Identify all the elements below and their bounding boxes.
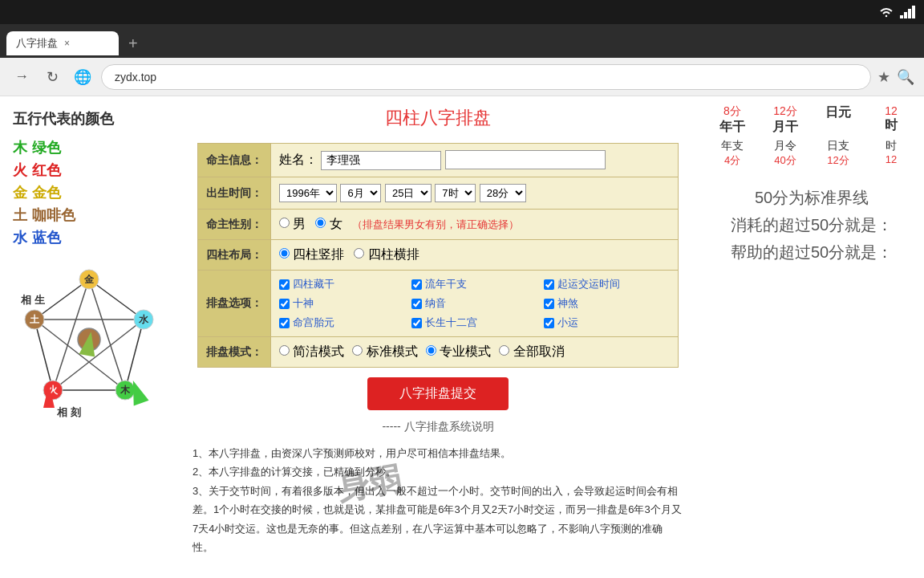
svg-line-12 [53, 320, 144, 390]
water-element: 水 [13, 228, 27, 247]
score-header: 8分 年干 12分 月干 日元 12 时 [706, 104, 918, 136]
year-select[interactable]: 1996年 [279, 184, 337, 202]
mode1-radio[interactable] [279, 345, 290, 356]
sizhu-cb[interactable] [279, 279, 290, 290]
sub-nianzhi-val: 4分 [708, 153, 756, 168]
shensha-link[interactable]: 神煞 [557, 296, 578, 311]
nayin-link[interactable]: 纳音 [425, 296, 446, 311]
option-xiaoyun[interactable]: 小运 [544, 315, 670, 330]
sub-rizhi: 日支 12分 [814, 139, 862, 168]
sub-yueling-label: 月令 [761, 139, 809, 153]
option-sizhu[interactable]: 四柱藏干 [279, 277, 405, 291]
qiyun-link[interactable]: 起运交运时间 [557, 277, 620, 291]
male-option[interactable]: 男 [279, 216, 306, 233]
sizhu-link[interactable]: 四柱藏干 [293, 277, 334, 291]
xingming-input[interactable] [321, 151, 441, 170]
option-minggong[interactable]: 命宫胎元 [279, 315, 405, 330]
mode1-option[interactable]: 简洁模式 [279, 344, 344, 360]
mode3-radio[interactable] [426, 345, 436, 356]
search-btn[interactable]: 🔍 [897, 68, 914, 86]
page-main-title: 四柱八字排盘 [189, 106, 687, 130]
mode2-option[interactable]: 标准模式 [352, 344, 417, 360]
minggong-cb[interactable] [279, 318, 290, 328]
mode3-label: 专业模式 [440, 344, 491, 358]
mode4-radio[interactable] [499, 345, 509, 356]
back-btn[interactable]: → [10, 65, 34, 89]
desc-1: 1、本八字排盘，由资深八字预测师校对，用户尽可相信本排盘结果。 [192, 444, 683, 462]
submit-btn[interactable]: 八字排盘提交 [367, 377, 509, 410]
wood-element: 木 [13, 138, 27, 157]
mode3-option[interactable]: 专业模式 [426, 344, 491, 360]
svg-text:相 刻: 相 刻 [56, 406, 81, 418]
female-option[interactable]: 女 [315, 216, 342, 233]
mode2-label: 标准模式 [367, 344, 418, 358]
tab-close-btn[interactable]: × [64, 38, 70, 49]
status-icons [877, 6, 916, 18]
changsheng-link[interactable]: 长生十二宫 [425, 315, 477, 330]
name-cell: 姓名： [271, 144, 679, 177]
browser-chrome: 八字排盘 × + [0, 24, 924, 58]
score-nian: 8分 年干 [708, 104, 756, 136]
layout1-radio[interactable] [279, 248, 290, 258]
extra-input[interactable] [445, 150, 606, 169]
male-radio[interactable] [279, 218, 290, 228]
sidebar-title: 五行代表的颜色 [13, 109, 164, 128]
mode2-radio[interactable] [352, 345, 363, 356]
wuxing-fire: 火 红色 [13, 161, 164, 180]
month-select[interactable]: 6月 [340, 184, 381, 202]
bookmark-btn[interactable]: ★ [877, 68, 890, 86]
col-niangan: 年干 [708, 119, 756, 136]
form-row-options: 排盘选项： 四柱藏干 流年干支 起运交运时间 [198, 271, 679, 337]
gold-color: 金色 [32, 183, 61, 202]
xiaoyun-cb[interactable] [544, 318, 554, 328]
left-sidebar: 五行代表的颜色 木 绿色 火 红色 金 金色 土 咖啡色 水 蓝色 [0, 96, 176, 578]
xiaoyun-link[interactable]: 小运 [557, 315, 578, 330]
layout-row: 四柱竖排 四柱横排 [279, 246, 670, 263]
option-qiyun[interactable]: 起运交运时间 [544, 277, 670, 291]
address-input[interactable] [101, 64, 871, 90]
day-select[interactable]: 25日 [385, 184, 432, 202]
shensha-cb[interactable] [544, 299, 554, 309]
option-shishen[interactable]: 十神 [279, 296, 405, 311]
col-riyuan: 日元 [814, 104, 862, 121]
option-shensha[interactable]: 神煞 [544, 296, 670, 311]
layout2-option[interactable]: 四柱横排 [354, 246, 419, 263]
refresh-btn[interactable]: ↻ [40, 65, 64, 89]
layout2-label: 四柱横排 [368, 247, 419, 261]
changsheng-cb[interactable] [411, 318, 422, 328]
gender-cell: 男 女 （排盘结果男女有别，请正确选择） [271, 210, 679, 240]
globe-btn[interactable]: 🌐 [71, 65, 95, 89]
wifi-icon [877, 6, 895, 18]
liunian-cb[interactable] [411, 279, 422, 290]
mode4-option[interactable]: 全部取消 [499, 344, 564, 360]
sub-score-row: 年支 4分 月令 40分 日支 12分 时 12 [706, 139, 918, 168]
main-content: 四柱八字排盘 命主信息： 姓名： 出生时间： 1996年 6月 [176, 96, 699, 578]
option-liunian[interactable]: 流年干支 [411, 277, 537, 291]
option-changsheng[interactable]: 长生十二宫 [411, 315, 537, 330]
hour-select[interactable]: 7时 [435, 184, 476, 202]
minggong-link[interactable]: 命宫胎元 [293, 315, 334, 330]
tab-active[interactable]: 八字排盘 × [6, 31, 119, 55]
layout1-option[interactable]: 四柱竖排 [279, 246, 344, 263]
female-label: 女 [330, 217, 342, 230]
liunian-link[interactable]: 流年干支 [425, 277, 467, 291]
form-row-mode: 排盘模式： 简洁模式 标准模式 专业模式 [198, 337, 679, 368]
score-shi-val: 12 [867, 104, 915, 117]
shishen-cb[interactable] [279, 299, 290, 309]
new-tab-btn[interactable]: + [122, 31, 144, 56]
qiyun-cb[interactable] [544, 279, 554, 290]
male-label: 男 [293, 217, 306, 230]
wuxing-wood: 木 绿色 [13, 138, 164, 157]
col-shigan: 时 [867, 117, 915, 134]
option-nayin[interactable]: 纳音 [411, 296, 537, 311]
minute-select[interactable]: 28分 [480, 184, 526, 202]
layout2-radio[interactable] [354, 248, 364, 258]
mingzhu-label: 命主信息： [198, 144, 271, 177]
female-radio[interactable] [315, 218, 326, 228]
fire-element: 火 [13, 161, 27, 180]
xingming-label: 姓名： [279, 153, 318, 166]
sub-rizhi-val: 12分 [814, 153, 862, 168]
nayin-cb[interactable] [411, 299, 422, 309]
shishen-link[interactable]: 十神 [293, 296, 314, 311]
score-ri: 日元 [814, 104, 862, 136]
